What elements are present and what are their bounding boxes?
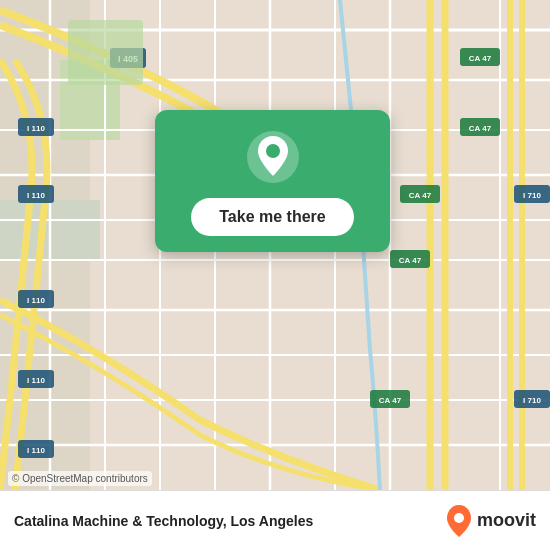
svg-point-51 (266, 144, 280, 158)
svg-text:I 110: I 110 (27, 191, 45, 200)
moovit-pin-icon (445, 504, 473, 538)
location-info: Catalina Machine & Technology, Los Angel… (14, 513, 313, 529)
map-attribution: © OpenStreetMap contributors (8, 471, 152, 486)
svg-text:I 110: I 110 (27, 296, 45, 305)
svg-text:I 710: I 710 (523, 396, 541, 405)
svg-text:CA 47: CA 47 (469, 54, 492, 63)
svg-text:CA 47: CA 47 (379, 396, 402, 405)
svg-text:CA 47: CA 47 (409, 191, 432, 200)
moovit-logo: moovit (445, 504, 536, 538)
svg-text:I 110: I 110 (27, 376, 45, 385)
map-container: I 405 I 110 I 110 I 110 I 110 I 110 CA 4… (0, 0, 550, 490)
destination-card: Take me there (155, 110, 390, 252)
svg-text:I 110: I 110 (27, 446, 45, 455)
svg-point-52 (454, 513, 464, 523)
svg-text:CA 47: CA 47 (399, 256, 422, 265)
svg-text:I 710: I 710 (523, 191, 541, 200)
svg-text:I 110: I 110 (27, 124, 45, 133)
take-me-there-button[interactable]: Take me there (191, 198, 353, 236)
location-pin-icon (246, 130, 300, 184)
bottom-bar: Catalina Machine & Technology, Los Angel… (0, 490, 550, 550)
svg-text:CA 47: CA 47 (469, 124, 492, 133)
location-name: Catalina Machine & Technology, Los Angel… (14, 513, 313, 529)
moovit-brand-text: moovit (477, 510, 536, 531)
svg-rect-49 (68, 20, 143, 85)
